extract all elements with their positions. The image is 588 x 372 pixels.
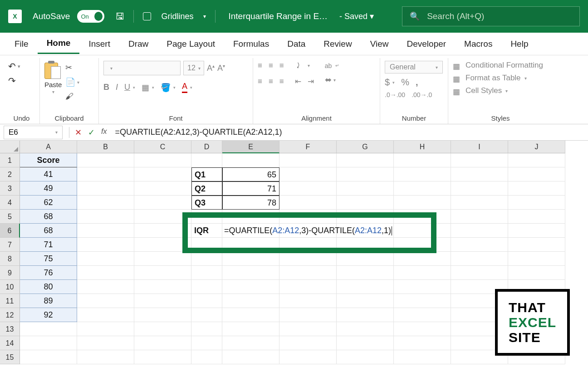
format-painter-button[interactable]: 🖌 [65, 92, 79, 101]
align-left-icon[interactable]: ≡ [258, 77, 262, 86]
cell-C12[interactable] [134, 308, 191, 322]
cell-C2[interactable] [134, 167, 191, 181]
cell-F4[interactable] [279, 196, 337, 210]
cell-B11[interactable] [77, 294, 134, 308]
cell-I6[interactable] [451, 224, 508, 238]
cell-E4[interactable]: 78 [222, 196, 279, 210]
cell-G9[interactable] [337, 266, 394, 280]
cell-F15[interactable] [279, 350, 337, 364]
enter-icon[interactable]: ✓ [88, 127, 95, 137]
cell-E2[interactable]: 65 [222, 167, 279, 181]
cell-H1[interactable] [394, 153, 451, 167]
cell-J4[interactable] [508, 196, 565, 210]
font-size-select[interactable]: 12▾ [183, 61, 204, 75]
italic-button[interactable]: I [116, 83, 118, 92]
font-color-button[interactable]: A [182, 82, 187, 93]
row-header-14[interactable]: 14 [0, 336, 20, 350]
cell-A9[interactable]: 76 [20, 266, 77, 280]
select-all-corner[interactable] [0, 141, 20, 153]
row-header-6[interactable]: 6 [0, 224, 20, 238]
cell-C8[interactable] [134, 252, 191, 266]
copy-button[interactable]: 📄 ▾ [65, 77, 79, 87]
cell-I1[interactable] [451, 153, 508, 167]
tab-file[interactable]: File [5, 34, 38, 54]
decrease-decimal-icon[interactable]: .00→.0 [412, 91, 432, 98]
cell-E10[interactable] [222, 280, 279, 294]
cell-F8[interactable] [279, 252, 337, 266]
cell-F14[interactable] [279, 336, 337, 350]
align-middle-icon[interactable]: ≡ [269, 61, 273, 70]
cell-J1[interactable] [508, 153, 565, 167]
cell-D2[interactable]: Q1 [191, 167, 222, 181]
name-box[interactable]: E6▾ [4, 126, 63, 139]
cell-G2[interactable] [337, 167, 394, 181]
cell-B5[interactable] [77, 210, 134, 224]
cell-J6[interactable] [508, 224, 565, 238]
cell-B4[interactable] [77, 196, 134, 210]
column-header-I[interactable]: I [451, 141, 508, 153]
cell-B12[interactable] [77, 308, 134, 322]
column-header-C[interactable]: C [134, 141, 191, 153]
cell-E14[interactable] [222, 336, 279, 350]
cell-C4[interactable] [134, 196, 191, 210]
comma-icon[interactable]: , [416, 77, 418, 88]
saved-status[interactable]: - Saved ▾ [339, 11, 374, 21]
currency-icon[interactable]: $ [385, 77, 390, 88]
fill-color-button[interactable]: 🪣 [161, 83, 171, 93]
row-header-12[interactable]: 12 [0, 308, 20, 322]
row-header-13[interactable]: 13 [0, 322, 20, 336]
cell-E3[interactable]: 71 [222, 181, 279, 196]
column-header-E[interactable]: E [222, 141, 279, 153]
cell-A15[interactable] [20, 350, 77, 364]
cell-B10[interactable] [77, 280, 134, 294]
chevron-down-icon[interactable]: ▾ [52, 89, 54, 94]
cell-G8[interactable] [337, 252, 394, 266]
cell-I3[interactable] [451, 181, 508, 196]
row-header-1[interactable]: 1 [0, 153, 20, 167]
cell-F12[interactable] [279, 308, 337, 322]
cell-B14[interactable] [77, 336, 134, 350]
cell-H8[interactable] [394, 252, 451, 266]
cell-J7[interactable] [508, 238, 565, 252]
wrap-text-button[interactable]: ab↵ [325, 61, 339, 70]
cell-F9[interactable] [279, 266, 337, 280]
row-header-15[interactable]: 15 [0, 350, 20, 364]
conditional-formatting-button[interactable]: ▦Conditional Formatting [453, 61, 543, 70]
cell-B15[interactable] [77, 350, 134, 364]
cell-G1[interactable] [337, 153, 394, 167]
cell-G4[interactable] [337, 196, 394, 210]
cell-C9[interactable] [134, 266, 191, 280]
cell-E15[interactable] [222, 350, 279, 364]
cell-D1[interactable] [191, 153, 222, 167]
merge-center-button[interactable]: ⬌ ▾ [325, 75, 339, 85]
column-header-B[interactable]: B [77, 141, 134, 153]
tab-draw[interactable]: Draw [119, 34, 157, 54]
cell-B7[interactable] [77, 238, 134, 252]
decrease-indent-icon[interactable]: ⇤ [295, 77, 301, 86]
cell-F2[interactable] [279, 167, 337, 181]
cell-I7[interactable] [451, 238, 508, 252]
cell-B6[interactable] [77, 224, 134, 238]
cell-B3[interactable] [77, 181, 134, 196]
cell-G14[interactable] [337, 336, 394, 350]
cell-G15[interactable] [337, 350, 394, 364]
tab-review[interactable]: Review [314, 34, 361, 54]
cell-A12[interactable]: 92 [20, 308, 77, 322]
tab-home[interactable]: Home [38, 34, 80, 54]
cell-E6[interactable]: =QUARTILE(A2:A12,3)-QUARTILE(A2:A12,1) [222, 224, 279, 238]
cell-A14[interactable] [20, 336, 77, 350]
tab-formulas[interactable]: Formulas [224, 34, 278, 54]
cell-E9[interactable] [222, 266, 279, 280]
cell-D14[interactable] [191, 336, 222, 350]
column-header-G[interactable]: G [337, 141, 394, 153]
percent-icon[interactable]: % [401, 77, 409, 88]
font-name-select[interactable]: ▾ [103, 61, 181, 75]
cell-D10[interactable] [191, 280, 222, 294]
row-header-2[interactable]: 2 [0, 167, 20, 181]
cell-E13[interactable] [222, 322, 279, 336]
tab-data[interactable]: Data [278, 34, 314, 54]
tab-view[interactable]: View [361, 34, 398, 54]
column-header-A[interactable]: A [20, 141, 77, 153]
cell-F1[interactable] [279, 153, 337, 167]
cell-grid[interactable]: Score41Q16549Q27162Q3786868IQR=QUARTILE(… [20, 153, 565, 364]
